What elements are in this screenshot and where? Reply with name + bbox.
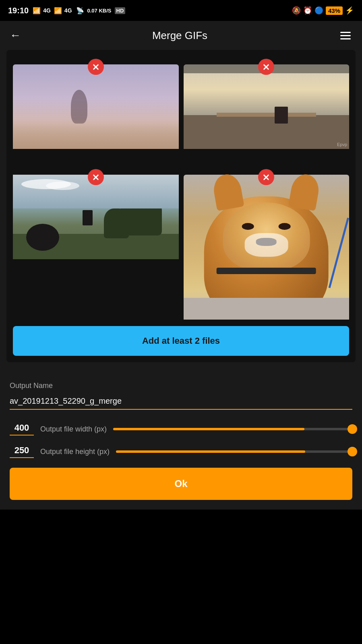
width-slider-row: 400 Output file width (px) bbox=[10, 423, 352, 436]
cloud-2 bbox=[46, 182, 79, 190]
ground-overlay bbox=[13, 120, 179, 149]
time-display: 19:10 bbox=[8, 6, 29, 15]
output-name-group: Output Name bbox=[10, 382, 352, 423]
menu-button[interactable] bbox=[339, 30, 352, 41]
close-button-2[interactable] bbox=[258, 59, 274, 75]
menu-line-2 bbox=[340, 35, 351, 36]
gif-thumbnail-2: Epvp bbox=[184, 64, 350, 149]
height-slider-row: 250 Output file height (px) bbox=[10, 445, 352, 458]
dog-floor bbox=[184, 298, 350, 320]
gif-grid-row2 bbox=[13, 175, 349, 320]
status-left: 19:10 📶 4G 📶 4G 📡 0.07 KB/S HD bbox=[8, 6, 125, 15]
page-title: Merge GIFs bbox=[152, 29, 207, 42]
close-button-1[interactable] bbox=[88, 59, 104, 75]
gif-item-1 bbox=[13, 64, 179, 149]
alarm-icon: ⏰ bbox=[303, 6, 312, 15]
hd-badge: HD bbox=[115, 7, 126, 14]
close-button-5[interactable] bbox=[88, 169, 104, 185]
platform bbox=[217, 113, 316, 117]
signal-icon2: 📶 bbox=[54, 7, 62, 14]
silent-icon: 🔕 bbox=[292, 6, 301, 15]
height-value: 250 bbox=[10, 445, 34, 458]
menu-line-3 bbox=[340, 38, 351, 39]
toolbar: ← Merge GIFs bbox=[0, 21, 362, 50]
gif-thumbnail-1 bbox=[13, 64, 179, 149]
width-slider-thumb[interactable] bbox=[348, 424, 357, 434]
wifi-icon: 📡 bbox=[76, 7, 84, 14]
ground-game1 bbox=[184, 115, 350, 149]
height-slider-track[interactable] bbox=[116, 450, 352, 453]
width-slider-track[interactable] bbox=[113, 428, 352, 430]
dog-ear-left bbox=[211, 172, 244, 211]
dog-eye-left bbox=[242, 223, 254, 230]
soldier-figure-2 bbox=[83, 210, 93, 225]
output-name-label: Output Name bbox=[10, 382, 352, 390]
dog-leash bbox=[329, 218, 349, 288]
data-speed: 0.07 KB/S bbox=[87, 8, 112, 14]
width-label: Output file width (px) bbox=[40, 425, 107, 433]
close-button-6[interactable] bbox=[258, 169, 274, 185]
charging-icon: ⚡ bbox=[345, 6, 354, 15]
tree-2 bbox=[104, 208, 129, 238]
height-slider-fill bbox=[116, 450, 305, 453]
bluetooth-icon: 🔵 bbox=[314, 6, 323, 15]
bird-silhouette bbox=[71, 90, 87, 124]
height-slider-thumb[interactable] bbox=[348, 447, 357, 456]
network-icon: 📶 bbox=[33, 7, 41, 14]
dog-face bbox=[223, 202, 310, 270]
status-bar: 19:10 📶 4G 📶 4G 📡 0.07 KB/S HD 🔕 ⏰ 🔵 43%… bbox=[0, 0, 362, 21]
gif-grid-row1: Epvp bbox=[13, 64, 349, 149]
main-content: Epvp bbox=[0, 50, 362, 369]
battery-display: 43% bbox=[326, 6, 343, 15]
watermark: Epvp bbox=[337, 142, 347, 147]
width-value: 400 bbox=[10, 423, 34, 436]
settings-section: Output Name 400 Output file width (px) 2… bbox=[0, 369, 362, 510]
gif-item-2: Epvp bbox=[184, 64, 350, 149]
row-spacer bbox=[13, 154, 349, 173]
height-label: Output file height (px) bbox=[40, 448, 110, 456]
signal-label2: 4G bbox=[64, 7, 72, 14]
dog-ear-right bbox=[288, 172, 321, 211]
width-slider-fill bbox=[113, 428, 304, 430]
signal-label: 4G bbox=[43, 7, 51, 14]
gif-grid-container: Epvp bbox=[6, 50, 356, 362]
status-right: 🔕 ⏰ 🔵 43% ⚡ bbox=[292, 6, 354, 15]
output-name-input[interactable] bbox=[10, 393, 352, 410]
menu-line-1 bbox=[340, 32, 351, 33]
add-files-button[interactable]: Add at least 2 files bbox=[13, 326, 349, 356]
dog-eye-right bbox=[279, 223, 291, 230]
gif-thumbnail-5 bbox=[13, 175, 179, 259]
back-button[interactable]: ← bbox=[10, 29, 21, 42]
gif-thumbnail-6 bbox=[184, 175, 350, 320]
gif-item-5 bbox=[13, 175, 179, 320]
soldier-figure-1 bbox=[275, 107, 288, 124]
gif-item-6 bbox=[184, 175, 350, 320]
dog-collar bbox=[217, 268, 316, 274]
dog-muzzle bbox=[244, 233, 288, 257]
ok-button[interactable]: Ok bbox=[10, 468, 352, 500]
grenade-sphere bbox=[26, 224, 59, 251]
